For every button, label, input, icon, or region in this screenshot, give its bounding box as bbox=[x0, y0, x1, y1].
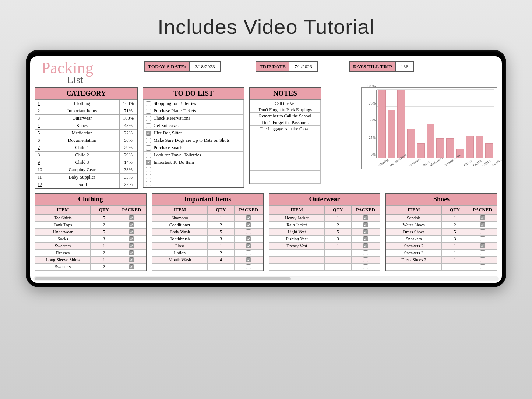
checkbox-icon[interactable] bbox=[146, 174, 151, 179]
note-item[interactable] bbox=[250, 158, 321, 165]
item-row[interactable]: Sandals1 bbox=[386, 215, 497, 222]
checkbox-icon[interactable] bbox=[246, 229, 251, 234]
item-row[interactable]: Long Sleeve Shirts1 bbox=[35, 257, 146, 264]
checkbox-icon[interactable] bbox=[363, 250, 368, 255]
item-row[interactable] bbox=[152, 264, 263, 271]
item-row[interactable]: Dress Shoes 21 bbox=[386, 257, 497, 264]
note-item[interactable]: Don't Forget the Passports bbox=[250, 119, 321, 126]
checkbox-icon[interactable] bbox=[129, 229, 134, 234]
checkbox-icon[interactable] bbox=[129, 250, 134, 255]
todo-item[interactable]: Get Suitcases bbox=[143, 122, 244, 130]
todo-item[interactable]: Purchase Snacks bbox=[143, 144, 244, 152]
category-row[interactable]: 7Child 129% bbox=[35, 144, 137, 152]
checkbox-icon[interactable] bbox=[480, 236, 485, 241]
item-row[interactable]: Floss1 bbox=[152, 243, 263, 250]
checkbox-icon[interactable] bbox=[246, 222, 251, 227]
item-row[interactable]: Light Vest5 bbox=[269, 229, 380, 236]
item-row[interactable]: Sneakers3 bbox=[386, 236, 497, 243]
note-item[interactable] bbox=[250, 164, 321, 171]
checkbox-icon[interactable] bbox=[129, 264, 134, 269]
checkbox-icon[interactable] bbox=[480, 257, 485, 262]
note-item[interactable]: The Luggage is in the Closet bbox=[250, 126, 321, 132]
item-row[interactable]: Shampoo1 bbox=[152, 215, 263, 222]
item-row[interactable]: Dresses2 bbox=[35, 250, 146, 257]
checkbox-icon[interactable] bbox=[146, 160, 151, 165]
checkbox-icon[interactable] bbox=[363, 236, 368, 241]
item-row[interactable] bbox=[269, 250, 380, 257]
checkbox-icon[interactable] bbox=[246, 257, 251, 262]
item-row[interactable]: Fishing Vest3 bbox=[269, 236, 380, 243]
item-row[interactable]: Mouth Wash4 bbox=[152, 257, 263, 264]
note-item[interactable] bbox=[250, 171, 321, 177]
checkbox-icon[interactable] bbox=[246, 236, 251, 241]
checkbox-icon[interactable] bbox=[146, 167, 151, 172]
item-row[interactable]: Sneakers 31 bbox=[386, 250, 497, 257]
todo-item[interactable] bbox=[143, 180, 244, 187]
checkbox-icon[interactable] bbox=[363, 257, 368, 262]
category-row[interactable]: 12Food22% bbox=[35, 181, 137, 188]
item-row[interactable]: Sneakers 21 bbox=[386, 243, 497, 250]
item-row[interactable]: Underwear5 bbox=[35, 229, 146, 236]
item-row[interactable]: Body Wash5 bbox=[152, 229, 263, 236]
item-row[interactable]: Toothbrush3 bbox=[152, 236, 263, 243]
todo-item[interactable]: Check Reservations bbox=[143, 115, 244, 122]
todo-list[interactable]: Shopping for ToiletriesPurchase Plane Ti… bbox=[143, 100, 244, 187]
item-row[interactable] bbox=[269, 264, 380, 271]
checkbox-icon[interactable] bbox=[146, 123, 151, 128]
item-row[interactable]: Sweaters2 bbox=[35, 264, 146, 271]
checkbox-icon[interactable] bbox=[246, 243, 251, 248]
item-row[interactable]: Sweaters1 bbox=[35, 243, 146, 250]
category-row[interactable]: 2Important Items71% bbox=[35, 107, 137, 115]
todo-item[interactable]: Make Sure Dogs are Up to Date on Shots bbox=[143, 137, 244, 144]
category-row[interactable]: 4Shoes43% bbox=[35, 122, 137, 130]
checkbox-icon[interactable] bbox=[363, 243, 368, 248]
checkbox-icon[interactable] bbox=[146, 131, 151, 136]
checkbox-icon[interactable] bbox=[146, 116, 151, 121]
note-item[interactable]: Call the Vet bbox=[250, 100, 321, 106]
checkbox-icon[interactable] bbox=[480, 215, 485, 220]
todo-item[interactable] bbox=[143, 173, 244, 180]
note-item[interactable] bbox=[250, 151, 321, 158]
todo-item[interactable]: Important To Do Item bbox=[143, 159, 244, 166]
checkbox-icon[interactable] bbox=[146, 138, 151, 143]
checkbox-icon[interactable] bbox=[146, 109, 151, 114]
item-row[interactable]: Socks3 bbox=[35, 236, 146, 243]
item-row[interactable]: Dressy Vest1 bbox=[269, 243, 380, 250]
checkbox-icon[interactable] bbox=[480, 229, 485, 234]
item-row[interactable]: Water Shoes2 bbox=[386, 222, 497, 229]
todo-item[interactable]: Shopping for Toiletries bbox=[143, 100, 244, 107]
scrollbar-thumb[interactable] bbox=[35, 277, 291, 280]
scrollbar[interactable] bbox=[33, 276, 499, 281]
note-item[interactable] bbox=[250, 138, 321, 145]
note-item[interactable] bbox=[250, 132, 321, 139]
item-row[interactable]: Tee Shirts5 bbox=[35, 215, 146, 222]
category-table[interactable]: 1Clothing100%2Important Items71%3Outerwe… bbox=[35, 100, 137, 188]
category-row[interactable]: 3Outerwear100% bbox=[35, 115, 137, 122]
checkbox-icon[interactable] bbox=[363, 222, 368, 227]
checkbox-icon[interactable] bbox=[246, 264, 251, 269]
checkbox-icon[interactable] bbox=[246, 250, 251, 255]
checkbox-icon[interactable] bbox=[129, 257, 134, 262]
item-row[interactable]: Tank Tops2 bbox=[35, 222, 146, 229]
item-row[interactable]: Heavy Jacket1 bbox=[269, 215, 380, 222]
todo-item[interactable]: Look for Travel Toiletries bbox=[143, 152, 244, 159]
checkbox-icon[interactable] bbox=[129, 215, 134, 220]
note-item[interactable] bbox=[250, 177, 321, 184]
todo-item[interactable]: Purchase Plane Tickets bbox=[143, 107, 244, 115]
checkbox-icon[interactable] bbox=[363, 229, 368, 234]
item-row[interactable] bbox=[386, 264, 497, 271]
checkbox-icon[interactable] bbox=[480, 222, 485, 227]
checkbox-icon[interactable] bbox=[146, 101, 151, 106]
category-row[interactable]: 10Camping Gear33% bbox=[35, 166, 137, 174]
note-item[interactable] bbox=[250, 145, 321, 152]
notes-list[interactable]: Call the VetDon't Forget to Pack Earplug… bbox=[250, 100, 321, 184]
item-row[interactable]: Rain Jacket2 bbox=[269, 222, 380, 229]
todo-item[interactable]: Hire Dog Sitter bbox=[143, 130, 244, 137]
item-row[interactable] bbox=[269, 257, 380, 264]
item-row[interactable]: Conditioner2 bbox=[152, 222, 263, 229]
checkbox-icon[interactable] bbox=[363, 215, 368, 220]
checkbox-icon[interactable] bbox=[480, 250, 485, 255]
category-row[interactable]: 5Medication22% bbox=[35, 130, 137, 137]
todo-item[interactable] bbox=[143, 166, 244, 173]
checkbox-icon[interactable] bbox=[129, 243, 134, 248]
